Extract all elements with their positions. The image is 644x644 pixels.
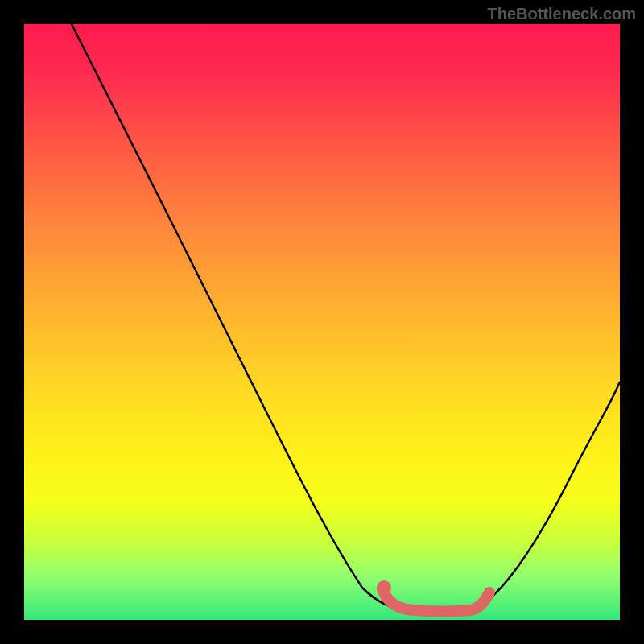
bottleneck-curve (72, 24, 620, 611)
chart-container: TheBottleneck.com (0, 0, 644, 644)
highlight-segment (382, 589, 489, 611)
watermark-label: TheBottleneck.com (488, 5, 636, 23)
curve-svg (24, 24, 620, 620)
highlight-start-dot (377, 580, 391, 595)
plot-area (24, 24, 620, 620)
